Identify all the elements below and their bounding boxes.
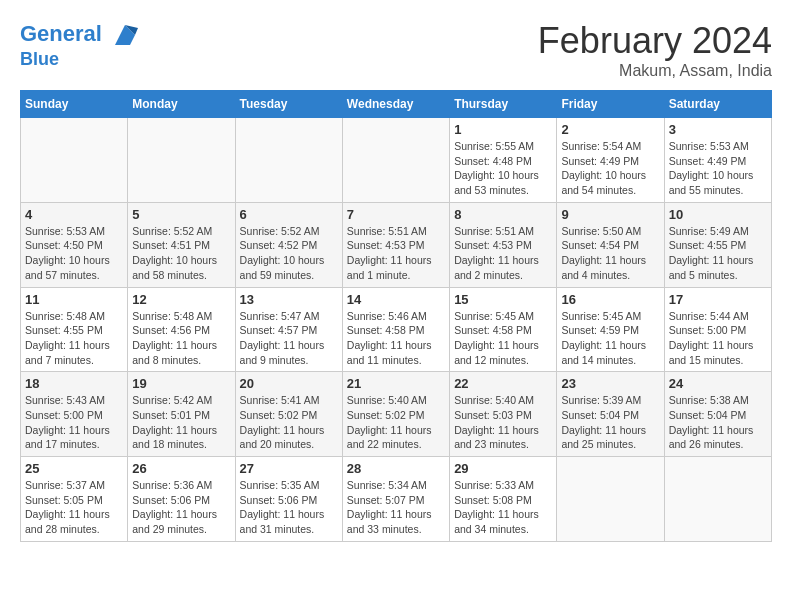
col-header-sunday: Sunday	[21, 91, 128, 118]
day-number: 19	[132, 376, 230, 391]
day-number: 26	[132, 461, 230, 476]
calendar-cell: 29Sunrise: 5:33 AM Sunset: 5:08 PM Dayli…	[450, 457, 557, 542]
day-number: 18	[25, 376, 123, 391]
calendar-cell: 15Sunrise: 5:45 AM Sunset: 4:58 PM Dayli…	[450, 287, 557, 372]
day-number: 22	[454, 376, 552, 391]
logo: General Blue	[20, 20, 140, 70]
day-number: 13	[240, 292, 338, 307]
week-row-3: 11Sunrise: 5:48 AM Sunset: 4:55 PM Dayli…	[21, 287, 772, 372]
calendar-cell: 4Sunrise: 5:53 AM Sunset: 4:50 PM Daylig…	[21, 202, 128, 287]
header: General Blue February 2024 Makum, Assam,…	[20, 20, 772, 80]
day-number: 7	[347, 207, 445, 222]
day-number: 17	[669, 292, 767, 307]
title-area: February 2024 Makum, Assam, India	[538, 20, 772, 80]
logo-text: General	[20, 20, 140, 50]
calendar-cell	[21, 118, 128, 203]
calendar-table: SundayMondayTuesdayWednesdayThursdayFrid…	[20, 90, 772, 542]
day-detail: Sunrise: 5:35 AM Sunset: 5:06 PM Dayligh…	[240, 478, 338, 537]
day-detail: Sunrise: 5:39 AM Sunset: 5:04 PM Dayligh…	[561, 393, 659, 452]
calendar-cell	[342, 118, 449, 203]
calendar-cell: 13Sunrise: 5:47 AM Sunset: 4:57 PM Dayli…	[235, 287, 342, 372]
day-number: 12	[132, 292, 230, 307]
calendar-cell: 8Sunrise: 5:51 AM Sunset: 4:53 PM Daylig…	[450, 202, 557, 287]
calendar-cell: 21Sunrise: 5:40 AM Sunset: 5:02 PM Dayli…	[342, 372, 449, 457]
calendar-cell	[235, 118, 342, 203]
day-number: 6	[240, 207, 338, 222]
day-detail: Sunrise: 5:48 AM Sunset: 4:55 PM Dayligh…	[25, 309, 123, 368]
calendar-cell: 14Sunrise: 5:46 AM Sunset: 4:58 PM Dayli…	[342, 287, 449, 372]
day-detail: Sunrise: 5:54 AM Sunset: 4:49 PM Dayligh…	[561, 139, 659, 198]
day-detail: Sunrise: 5:53 AM Sunset: 4:49 PM Dayligh…	[669, 139, 767, 198]
day-detail: Sunrise: 5:51 AM Sunset: 4:53 PM Dayligh…	[454, 224, 552, 283]
calendar-cell: 9Sunrise: 5:50 AM Sunset: 4:54 PM Daylig…	[557, 202, 664, 287]
calendar-cell: 5Sunrise: 5:52 AM Sunset: 4:51 PM Daylig…	[128, 202, 235, 287]
calendar-cell: 3Sunrise: 5:53 AM Sunset: 4:49 PM Daylig…	[664, 118, 771, 203]
col-header-monday: Monday	[128, 91, 235, 118]
day-detail: Sunrise: 5:49 AM Sunset: 4:55 PM Dayligh…	[669, 224, 767, 283]
day-detail: Sunrise: 5:40 AM Sunset: 5:03 PM Dayligh…	[454, 393, 552, 452]
day-detail: Sunrise: 5:44 AM Sunset: 5:00 PM Dayligh…	[669, 309, 767, 368]
day-number: 20	[240, 376, 338, 391]
col-header-thursday: Thursday	[450, 91, 557, 118]
logo-icon	[110, 20, 140, 50]
day-detail: Sunrise: 5:52 AM Sunset: 4:51 PM Dayligh…	[132, 224, 230, 283]
logo-blue-text: Blue	[20, 50, 140, 70]
calendar-cell	[664, 457, 771, 542]
calendar-cell: 7Sunrise: 5:51 AM Sunset: 4:53 PM Daylig…	[342, 202, 449, 287]
calendar-cell: 19Sunrise: 5:42 AM Sunset: 5:01 PM Dayli…	[128, 372, 235, 457]
day-detail: Sunrise: 5:43 AM Sunset: 5:00 PM Dayligh…	[25, 393, 123, 452]
calendar-header-row: SundayMondayTuesdayWednesdayThursdayFrid…	[21, 91, 772, 118]
calendar-cell: 12Sunrise: 5:48 AM Sunset: 4:56 PM Dayli…	[128, 287, 235, 372]
day-detail: Sunrise: 5:52 AM Sunset: 4:52 PM Dayligh…	[240, 224, 338, 283]
calendar-cell: 22Sunrise: 5:40 AM Sunset: 5:03 PM Dayli…	[450, 372, 557, 457]
calendar-cell: 11Sunrise: 5:48 AM Sunset: 4:55 PM Dayli…	[21, 287, 128, 372]
day-number: 25	[25, 461, 123, 476]
day-number: 4	[25, 207, 123, 222]
calendar-cell: 27Sunrise: 5:35 AM Sunset: 5:06 PM Dayli…	[235, 457, 342, 542]
day-detail: Sunrise: 5:37 AM Sunset: 5:05 PM Dayligh…	[25, 478, 123, 537]
calendar-cell: 26Sunrise: 5:36 AM Sunset: 5:06 PM Dayli…	[128, 457, 235, 542]
location-title: Makum, Assam, India	[538, 62, 772, 80]
day-number: 15	[454, 292, 552, 307]
day-detail: Sunrise: 5:33 AM Sunset: 5:08 PM Dayligh…	[454, 478, 552, 537]
day-detail: Sunrise: 5:34 AM Sunset: 5:07 PM Dayligh…	[347, 478, 445, 537]
day-detail: Sunrise: 5:48 AM Sunset: 4:56 PM Dayligh…	[132, 309, 230, 368]
week-row-2: 4Sunrise: 5:53 AM Sunset: 4:50 PM Daylig…	[21, 202, 772, 287]
day-number: 5	[132, 207, 230, 222]
calendar-cell: 10Sunrise: 5:49 AM Sunset: 4:55 PM Dayli…	[664, 202, 771, 287]
calendar-cell: 23Sunrise: 5:39 AM Sunset: 5:04 PM Dayli…	[557, 372, 664, 457]
day-detail: Sunrise: 5:42 AM Sunset: 5:01 PM Dayligh…	[132, 393, 230, 452]
day-number: 10	[669, 207, 767, 222]
day-detail: Sunrise: 5:47 AM Sunset: 4:57 PM Dayligh…	[240, 309, 338, 368]
day-number: 3	[669, 122, 767, 137]
col-header-tuesday: Tuesday	[235, 91, 342, 118]
calendar-cell: 28Sunrise: 5:34 AM Sunset: 5:07 PM Dayli…	[342, 457, 449, 542]
calendar-cell: 18Sunrise: 5:43 AM Sunset: 5:00 PM Dayli…	[21, 372, 128, 457]
calendar-cell	[128, 118, 235, 203]
day-number: 14	[347, 292, 445, 307]
calendar-cell: 24Sunrise: 5:38 AM Sunset: 5:04 PM Dayli…	[664, 372, 771, 457]
day-number: 21	[347, 376, 445, 391]
day-number: 23	[561, 376, 659, 391]
day-detail: Sunrise: 5:46 AM Sunset: 4:58 PM Dayligh…	[347, 309, 445, 368]
day-detail: Sunrise: 5:50 AM Sunset: 4:54 PM Dayligh…	[561, 224, 659, 283]
day-detail: Sunrise: 5:53 AM Sunset: 4:50 PM Dayligh…	[25, 224, 123, 283]
day-detail: Sunrise: 5:51 AM Sunset: 4:53 PM Dayligh…	[347, 224, 445, 283]
day-detail: Sunrise: 5:45 AM Sunset: 4:58 PM Dayligh…	[454, 309, 552, 368]
calendar-cell: 16Sunrise: 5:45 AM Sunset: 4:59 PM Dayli…	[557, 287, 664, 372]
month-title: February 2024	[538, 20, 772, 62]
calendar-cell: 17Sunrise: 5:44 AM Sunset: 5:00 PM Dayli…	[664, 287, 771, 372]
calendar-cell: 20Sunrise: 5:41 AM Sunset: 5:02 PM Dayli…	[235, 372, 342, 457]
week-row-1: 1Sunrise: 5:55 AM Sunset: 4:48 PM Daylig…	[21, 118, 772, 203]
col-header-wednesday: Wednesday	[342, 91, 449, 118]
col-header-saturday: Saturday	[664, 91, 771, 118]
col-header-friday: Friday	[557, 91, 664, 118]
day-detail: Sunrise: 5:36 AM Sunset: 5:06 PM Dayligh…	[132, 478, 230, 537]
day-number: 24	[669, 376, 767, 391]
day-number: 1	[454, 122, 552, 137]
day-number: 29	[454, 461, 552, 476]
calendar-cell: 6Sunrise: 5:52 AM Sunset: 4:52 PM Daylig…	[235, 202, 342, 287]
day-number: 28	[347, 461, 445, 476]
day-detail: Sunrise: 5:41 AM Sunset: 5:02 PM Dayligh…	[240, 393, 338, 452]
week-row-5: 25Sunrise: 5:37 AM Sunset: 5:05 PM Dayli…	[21, 457, 772, 542]
